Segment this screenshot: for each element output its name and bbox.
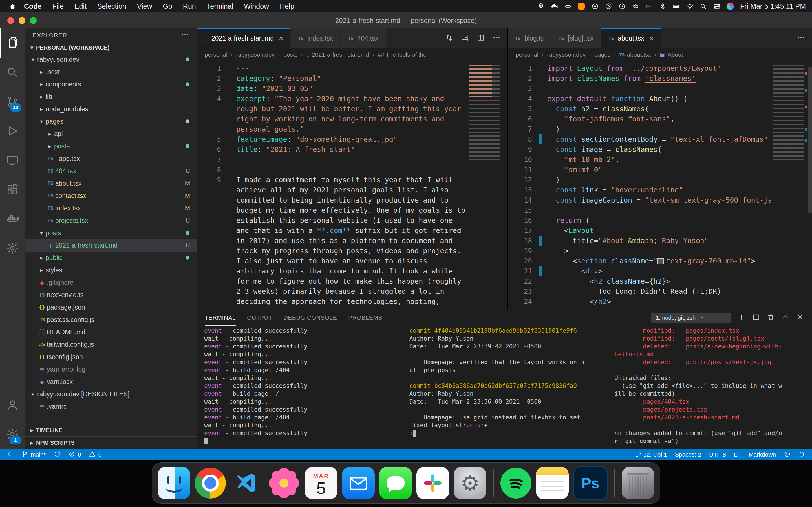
section-npm-scripts[interactable]: ▸NPM SCRIPTS — [25, 436, 197, 449]
apple-menu-icon[interactable] — [6, 3, 18, 10]
tree-folder-posts[interactable]: ▸posts — [25, 140, 197, 152]
code-line[interactable]: 24 </h2> — [508, 297, 812, 307]
new-terminal-icon[interactable] — [738, 313, 746, 322]
code-line[interactable]: personal goals." — [197, 124, 507, 134]
code-line[interactable]: 6title: "2021: A fresh start" — [197, 145, 507, 155]
tree-file-package-json[interactable]: {}package.json — [25, 301, 197, 314]
more-actions-icon[interactable] — [797, 34, 805, 43]
code-line[interactable]: 8 const sectionContentBody = "text-xl fo… — [508, 134, 812, 145]
kill-terminal-icon[interactable] — [767, 313, 775, 322]
tree-file-yarn-error-log[interactable]: ≡yarn-error.log — [25, 363, 197, 376]
code-line[interactable]: 3date: "2021-03-05" — [197, 83, 507, 94]
breadcrumb-posts[interactable]: posts — [283, 51, 297, 58]
play-icon[interactable] — [603, 3, 614, 10]
tree-file-gitignore[interactable]: ◆.gitignore — [25, 276, 197, 289]
code-line[interactable]: establish this personal website (I used … — [197, 216, 507, 226]
breadcrumb-personal[interactable]: personal — [205, 51, 227, 58]
code-line[interactable]: 1import Layout from '../components/Layou… — [508, 63, 812, 73]
menu-go[interactable]: Go — [158, 2, 177, 10]
more-actions-icon[interactable] — [492, 34, 501, 43]
code-line[interactable]: 13 const link = "hover:underline" — [508, 185, 812, 195]
status-0[interactable]: 0 — [64, 449, 85, 460]
wifi-icon[interactable] — [684, 3, 696, 10]
explorer-more-actions-icon[interactable] — [181, 31, 189, 40]
split-editor-icon[interactable] — [476, 34, 485, 43]
tree-folder-rabyyuson-dev-design-files[interactable]: ▸rabyyuson.dev [DESIGN FILES] — [25, 388, 197, 400]
dock-messages[interactable] — [379, 467, 412, 499]
code-line[interactable]: 15 — [508, 205, 812, 216]
tree-file-about-tsx[interactable]: TSabout.tsxM — [25, 177, 197, 189]
terminal-2[interactable]: commit 4f404e09541b2198bf6aed9db02f83019… — [402, 327, 607, 449]
run-debug-icon[interactable] — [0, 116, 25, 146]
bluetooth-icon[interactable] — [657, 3, 668, 10]
pill-icon[interactable] — [562, 3, 574, 10]
status-bell[interactable] — [795, 449, 809, 460]
code-line[interactable]: 23 Too Long; Didn't Read (TL;DR) — [508, 286, 812, 297]
editor-markdown[interactable]: 1---2category: "Personal"3date: "2021-03… — [197, 61, 507, 310]
code-line[interactable]: rough but 2021 will be better. I am gett… — [197, 104, 507, 114]
spotlight-icon[interactable] — [697, 3, 709, 10]
code-line[interactable]: 4excerpt: "The year 2020 might have been… — [197, 94, 507, 104]
code-line[interactable]: achieve all of my 2021 personal goals li… — [197, 185, 507, 195]
status-markdown[interactable]: Markdown — [745, 449, 780, 460]
code-line[interactable]: 18 title="About &mdash; Raby Yuson" — [508, 236, 812, 246]
status-utf-8[interactable]: UTF-8 — [705, 449, 730, 460]
code-line[interactable]: budget my time more effectively. One of … — [197, 205, 507, 216]
code-line[interactable]: arbitrary topics that come to mind. It t… — [197, 266, 507, 276]
menu-selection[interactable]: Selection — [92, 2, 132, 10]
menu-view[interactable]: View — [132, 2, 158, 10]
scrollbar-thumb[interactable] — [808, 67, 812, 213]
keyboard-icon[interactable] — [643, 3, 655, 10]
tab-index-tsx[interactable]: TSindex.tsx — [291, 29, 341, 48]
code-line[interactable]: 12 ) — [508, 175, 812, 185]
dock-spotify[interactable] — [500, 467, 531, 499]
window-titlebar[interactable]: 2021-a-fresh-start.md — personal (Worksp… — [0, 12, 812, 29]
siri-icon[interactable] — [724, 3, 736, 10]
section-timeline[interactable]: ▸TIMELINE — [25, 424, 197, 436]
status-main[interactable]: main* — [17, 449, 50, 460]
tree-file-postcss-config-js[interactable]: JSpostcss.config.js — [25, 314, 197, 326]
tree-folder-components[interactable]: ▸components — [25, 78, 197, 91]
split-terminal-icon[interactable] — [752, 313, 760, 322]
code-line[interactable]: 2import classNames from 'classnames' — [508, 73, 812, 83]
dropbox-icon[interactable] — [535, 3, 547, 10]
tree-file-yarnrc[interactable]: ≡.yarnrc — [25, 400, 197, 413]
code-line[interactable]: 9I made a commitment to myself this year… — [197, 175, 507, 185]
tree-file-yarn-lock[interactable]: ◆yarn.lock — [25, 376, 197, 388]
source-control-icon[interactable]: 10 — [0, 87, 25, 116]
status-ln-12-col-1[interactable]: Ln 12, Col 1 — [631, 449, 671, 460]
status-feedback[interactable] — [780, 449, 795, 460]
tree-folder-public[interactable]: ▸public — [25, 251, 197, 264]
close-icon[interactable]: × — [649, 34, 654, 43]
status-spaces-2[interactable]: Spaces: 2 — [671, 449, 705, 460]
status-lf[interactable]: LF — [730, 449, 745, 460]
maximize-panel-icon[interactable] — [781, 313, 790, 322]
code-line[interactable]: deciding the approach for technologies, … — [197, 297, 507, 307]
adobe-icon[interactable] — [575, 3, 587, 10]
tree-file-app-tsx[interactable]: TS_app.tsx — [25, 152, 197, 165]
open-changes-icon[interactable] — [445, 34, 453, 43]
code-line[interactable]: right by working on new long-term commit… — [197, 114, 507, 124]
tree-file-2021-a-fresh-start-md[interactable]: ↓2021-a-fresh-start.mdU — [25, 239, 197, 251]
tree-folder-styles[interactable]: ▸styles — [25, 264, 197, 276]
tree-file-index-tsx[interactable]: TSindex.tsxM — [25, 202, 197, 214]
tree-folder-lib[interactable]: ▸lib — [25, 91, 197, 103]
dock-slack[interactable] — [416, 467, 449, 499]
record-icon[interactable] — [589, 3, 601, 10]
tree-folder-posts[interactable]: ▾posts — [25, 227, 197, 239]
minimap[interactable] — [466, 63, 504, 310]
code-line[interactable]: 7 ) — [508, 124, 812, 134]
code-line[interactable]: 4export default function About() { — [508, 94, 812, 104]
dock-mail[interactable] — [342, 467, 375, 499]
battery-icon[interactable] — [670, 3, 682, 10]
tree-folder-node-modules[interactable]: ▸node_modules — [25, 103, 197, 115]
code-line[interactable]: committed to being intentionally product… — [197, 195, 507, 205]
code-line[interactable]: 7--- — [197, 155, 507, 165]
dock-system-preferences[interactable]: ⚙ — [454, 467, 486, 499]
code-line[interactable]: 10 "mt-10 mb-2", — [508, 155, 812, 165]
breadcrumb-about[interactable]: ▣About — [660, 51, 683, 58]
dock-flower[interactable] — [267, 467, 300, 499]
code-line[interactable]: 14 const imageCaption = "text-sm text-gr… — [508, 195, 812, 205]
manage-icon[interactable]: 1 — [0, 420, 25, 449]
accounts-icon[interactable] — [0, 390, 25, 420]
